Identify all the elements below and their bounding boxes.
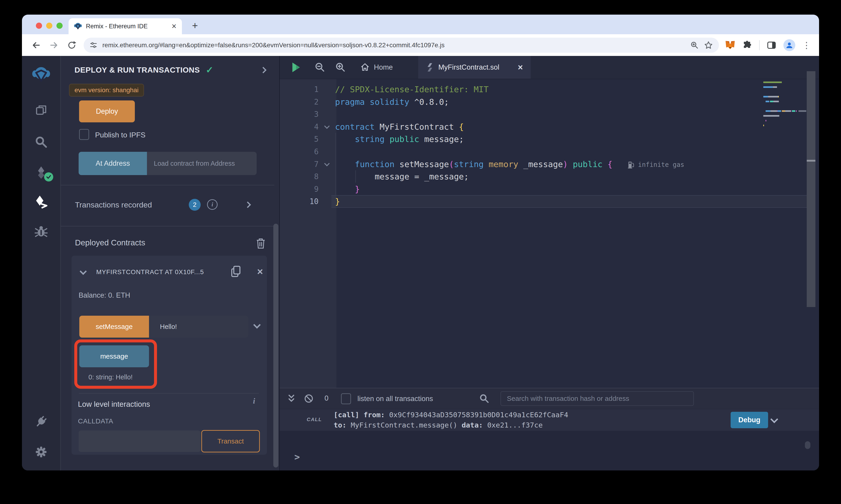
publish-ipfs-label: Publish to IPFS <box>95 131 145 139</box>
tab-myfirstcontract[interactable]: MyFirstContract.sol × <box>418 56 531 79</box>
run-script-icon[interactable] <box>290 61 302 73</box>
code-line[interactable]: pragma solidity ^0.8.0; <box>280 96 810 108</box>
transact-button[interactable]: Transact <box>201 430 260 452</box>
site-settings-icon[interactable] <box>90 41 97 49</box>
at-address-input[interactable] <box>147 152 257 175</box>
expand-log-icon[interactable] <box>770 415 778 423</box>
app-content: DEPLOY & RUN TRANSACTIONS ✓ evm version:… <box>22 56 819 470</box>
at-address-button[interactable]: At Address <box>79 152 147 175</box>
terminal-toolbar: 0 listen on all transactions <box>280 388 819 409</box>
message-getter-button[interactable]: message <box>79 345 149 367</box>
zoom-out-icon[interactable] <box>314 62 325 73</box>
zoom-in-icon[interactable] <box>335 62 346 73</box>
zoom-page-icon[interactable] <box>690 41 699 50</box>
calldata-input[interactable] <box>79 431 201 452</box>
remix-favicon <box>74 22 82 30</box>
panel-scrollbar[interactable] <box>273 224 278 467</box>
solidity-file-icon <box>426 63 434 72</box>
back-icon[interactable] <box>30 39 42 51</box>
deploy-run-panel: DEPLOY & RUN TRANSACTIONS ✓ evm version:… <box>61 56 280 470</box>
call-log-text: [call] from: 0x9Cf934043aD350758391b0D01… <box>334 410 568 430</box>
browser-tab[interactable]: Remix - Ethereum IDE × <box>69 18 182 34</box>
traffic-light-close[interactable] <box>36 23 42 29</box>
browser-menu-icon[interactable]: ⋮ <box>802 40 811 50</box>
clear-console-icon[interactable] <box>304 393 314 404</box>
settings-gear-icon[interactable] <box>22 445 60 458</box>
remix-logo-icon[interactable] <box>22 66 60 84</box>
side-panel-icon[interactable] <box>767 40 776 50</box>
publish-ipfs-checkbox[interactable] <box>79 129 89 140</box>
listen-all-checkbox[interactable] <box>341 393 351 404</box>
file-explorer-icon[interactable] <box>22 104 60 118</box>
deploy-button[interactable]: Deploy <box>79 101 135 122</box>
terminal-search-input[interactable] <box>500 391 694 406</box>
icon-rail <box>22 56 61 470</box>
terminal-search-icon <box>479 393 490 404</box>
pending-tx-count: 0 <box>325 394 328 402</box>
trash-icon[interactable] <box>256 238 266 249</box>
metamask-icon[interactable] <box>725 40 735 51</box>
address-bar[interactable]: remix.ethereum.org/#lang=en&optimize=fal… <box>84 38 719 53</box>
code-line[interactable]: // SPDX-License-Identifier: MIT <box>280 83 810 96</box>
collapse-terminal-icon[interactable] <box>286 393 297 404</box>
code-line[interactable]: } <box>280 183 810 195</box>
debugger-icon[interactable] <box>22 225 60 238</box>
panel-title: DEPLOY & RUN TRANSACTIONS <box>74 66 200 74</box>
set-message-button[interactable]: setMessage <box>79 316 149 338</box>
close-file-icon[interactable]: × <box>518 63 523 72</box>
code-line[interactable] <box>280 108 810 121</box>
reload-icon[interactable] <box>66 39 78 51</box>
tab-strip: Remix - Ethereum IDE × + <box>22 15 819 34</box>
evm-version-badge: evm version: shanghai <box>69 84 144 96</box>
set-message-input[interactable] <box>149 316 248 338</box>
deployed-contract-card: MYFIRSTCONTRACT AT 0X10F...5 × Balance: … <box>71 256 267 455</box>
search-icon[interactable] <box>22 136 60 149</box>
solidity-compiler-icon[interactable] <box>22 165 60 180</box>
compile-check-icon: ✓ <box>206 65 213 75</box>
contract-collapse-icon[interactable] <box>80 268 87 275</box>
traffic-light-minimize[interactable] <box>46 23 52 29</box>
toolbar-divider <box>759 40 760 50</box>
code-line[interactable]: string public message; <box>280 133 810 145</box>
home-tab-label: Home <box>374 63 393 71</box>
expand-args-icon[interactable] <box>253 321 261 329</box>
gas-estimate-annotation: infinite gas <box>627 158 684 171</box>
code-line[interactable] <box>280 145 810 158</box>
extensions-puzzle-icon[interactable] <box>742 40 752 50</box>
calldata-label: CALLDATA <box>78 417 113 425</box>
terminal-log-entry[interactable]: CALL [call] from: 0x9Cf934043aD350758391… <box>280 409 819 431</box>
tx-expand-icon[interactable] <box>244 201 251 208</box>
new-tab-button[interactable]: + <box>187 18 203 33</box>
low-level-info-icon[interactable]: i <box>253 397 255 406</box>
home-icon <box>360 62 370 72</box>
plugin-manager-icon[interactable] <box>22 415 60 429</box>
tx-info-icon[interactable]: i <box>207 199 218 210</box>
code-line[interactable]: message = _message; <box>280 170 810 183</box>
terminal: 0 listen on all transactions CALL [call]… <box>280 388 819 470</box>
traffic-light-zoom[interactable] <box>56 23 63 29</box>
terminal-scrollbar[interactable] <box>805 441 810 449</box>
tx-recorded-label: Transactions recorded <box>75 200 152 209</box>
url-text: remix.ethereum.org/#lang=en&optimize=fal… <box>102 41 685 49</box>
code-editor[interactable]: 12345678910 // SPDX-License-Identifier: … <box>280 79 819 388</box>
copy-address-icon[interactable] <box>230 265 242 278</box>
code-line[interactable]: } <box>280 195 810 208</box>
tab-close-icon[interactable]: × <box>172 22 176 30</box>
browser-window: Remix - Ethereum IDE × + remix.ethereum.… <box>22 15 819 470</box>
profile-avatar[interactable] <box>784 39 795 51</box>
terminal-prompt[interactable]: > <box>294 452 300 462</box>
tab-home[interactable]: Home <box>360 56 393 79</box>
code-line[interactable]: function setMessage(string memory _messa… <box>280 158 810 170</box>
debug-button[interactable]: Debug <box>731 412 768 428</box>
deploy-run-icon[interactable] <box>22 195 60 209</box>
bookmark-star-icon[interactable] <box>704 41 713 50</box>
code-line[interactable]: contract MyFirstContract { <box>280 121 810 133</box>
listen-all-label: listen on all transactions <box>357 395 433 403</box>
forward-icon[interactable] <box>48 39 60 51</box>
tab-title: Remix - Ethereum IDE <box>86 23 172 30</box>
deployed-contracts-header: Deployed Contracts <box>75 238 145 247</box>
compile-success-badge <box>44 172 53 181</box>
panel-collapse-icon[interactable] <box>260 67 267 73</box>
editor-scrollbar[interactable] <box>807 71 816 307</box>
remove-contract-icon[interactable]: × <box>257 267 263 277</box>
